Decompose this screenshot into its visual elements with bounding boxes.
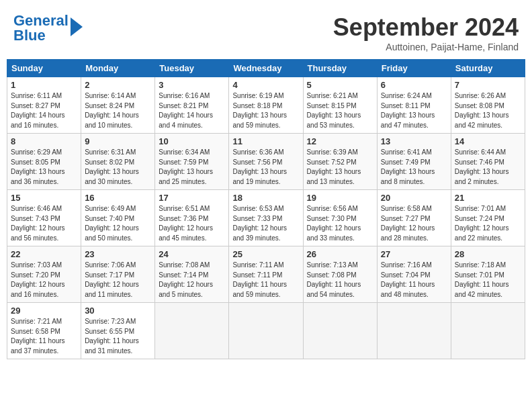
day-info: Sunrise: 6:31 AM Sunset: 8:02 PM Dayligh… bbox=[85, 148, 151, 187]
day-number: 17 bbox=[159, 193, 225, 203]
day-number: 8 bbox=[11, 136, 77, 146]
calendar-cell: 1Sunrise: 6:11 AM Sunset: 8:27 PM Daylig… bbox=[7, 77, 81, 134]
day-number: 1 bbox=[11, 80, 77, 90]
calendar-cell: 26Sunrise: 7:13 AM Sunset: 7:08 PM Dayli… bbox=[303, 246, 377, 303]
day-number: 23 bbox=[85, 249, 151, 259]
day-info: Sunrise: 6:29 AM Sunset: 8:05 PM Dayligh… bbox=[11, 148, 77, 187]
day-number: 5 bbox=[307, 80, 373, 90]
calendar-cell bbox=[303, 303, 377, 359]
calendar-cell: 18Sunrise: 6:53 AM Sunset: 7:33 PM Dayli… bbox=[229, 190, 303, 246]
day-number: 10 bbox=[159, 136, 225, 146]
day-info: Sunrise: 6:11 AM Sunset: 8:27 PM Dayligh… bbox=[11, 91, 77, 130]
day-info: Sunrise: 6:49 AM Sunset: 7:40 PM Dayligh… bbox=[85, 204, 151, 243]
calendar-week-row: 15Sunrise: 6:46 AM Sunset: 7:43 PM Dayli… bbox=[7, 190, 525, 246]
day-info: Sunrise: 7:16 AM Sunset: 7:04 PM Dayligh… bbox=[381, 261, 447, 300]
calendar-cell: 4Sunrise: 6:19 AM Sunset: 8:18 PM Daylig… bbox=[229, 77, 303, 134]
column-header-thursday: Thursday bbox=[303, 60, 377, 77]
calendar-cell: 27Sunrise: 7:16 AM Sunset: 7:04 PM Dayli… bbox=[377, 246, 451, 303]
calendar-cell: 15Sunrise: 6:46 AM Sunset: 7:43 PM Dayli… bbox=[7, 190, 81, 246]
day-info: Sunrise: 6:39 AM Sunset: 7:52 PM Dayligh… bbox=[307, 148, 373, 187]
calendar-cell: 11Sunrise: 6:36 AM Sunset: 7:56 PM Dayli… bbox=[229, 134, 303, 190]
calendar-cell: 14Sunrise: 6:44 AM Sunset: 7:46 PM Dayli… bbox=[451, 134, 525, 190]
day-info: Sunrise: 6:51 AM Sunset: 7:36 PM Dayligh… bbox=[159, 204, 225, 243]
logo-arrow-icon bbox=[71, 17, 83, 36]
day-number: 27 bbox=[381, 249, 447, 259]
day-number: 13 bbox=[381, 136, 447, 146]
calendar-cell: 24Sunrise: 7:08 AM Sunset: 7:14 PM Dayli… bbox=[155, 246, 229, 303]
day-info: Sunrise: 6:14 AM Sunset: 8:24 PM Dayligh… bbox=[85, 91, 151, 130]
calendar-cell: 5Sunrise: 6:21 AM Sunset: 8:15 PM Daylig… bbox=[303, 77, 377, 134]
calendar-week-row: 22Sunrise: 7:03 AM Sunset: 7:20 PM Dayli… bbox=[7, 246, 525, 303]
calendar-cell bbox=[155, 303, 229, 359]
day-number: 18 bbox=[232, 193, 299, 203]
day-info: Sunrise: 7:08 AM Sunset: 7:14 PM Dayligh… bbox=[159, 261, 225, 300]
day-number: 21 bbox=[455, 193, 521, 203]
day-info: Sunrise: 6:46 AM Sunset: 7:43 PM Dayligh… bbox=[11, 204, 77, 243]
column-header-tuesday: Tuesday bbox=[155, 60, 229, 77]
calendar-cell: 23Sunrise: 7:06 AM Sunset: 7:17 PM Dayli… bbox=[81, 246, 155, 303]
calendar-cell: 8Sunrise: 6:29 AM Sunset: 8:05 PM Daylig… bbox=[7, 134, 81, 190]
day-info: Sunrise: 7:13 AM Sunset: 7:08 PM Dayligh… bbox=[307, 261, 373, 300]
day-info: Sunrise: 7:06 AM Sunset: 7:17 PM Dayligh… bbox=[85, 261, 151, 300]
calendar-week-row: 8Sunrise: 6:29 AM Sunset: 8:05 PM Daylig… bbox=[7, 134, 525, 190]
day-info: Sunrise: 7:03 AM Sunset: 7:20 PM Dayligh… bbox=[11, 261, 77, 300]
day-number: 16 bbox=[85, 193, 151, 203]
calendar-cell: 19Sunrise: 6:56 AM Sunset: 7:30 PM Dayli… bbox=[303, 190, 377, 246]
day-info: Sunrise: 7:11 AM Sunset: 7:11 PM Dayligh… bbox=[232, 261, 299, 300]
calendar-cell: 28Sunrise: 7:18 AM Sunset: 7:01 PM Dayli… bbox=[451, 246, 525, 303]
day-number: 22 bbox=[11, 249, 77, 259]
day-info: Sunrise: 7:01 AM Sunset: 7:24 PM Dayligh… bbox=[455, 204, 521, 243]
calendar-week-row: 1Sunrise: 6:11 AM Sunset: 8:27 PM Daylig… bbox=[7, 77, 525, 134]
day-number: 7 bbox=[455, 80, 521, 90]
calendar-cell: 21Sunrise: 7:01 AM Sunset: 7:24 PM Dayli… bbox=[451, 190, 525, 246]
location-subtitle: Auttoinen, Paijat-Hame, Finland bbox=[333, 42, 519, 52]
column-header-wednesday: Wednesday bbox=[229, 60, 303, 77]
calendar-cell bbox=[229, 303, 303, 359]
day-number: 30 bbox=[85, 306, 151, 316]
day-number: 6 bbox=[381, 80, 447, 90]
logo: GeneralBlue bbox=[13, 13, 83, 43]
month-title: September 2024 bbox=[333, 13, 519, 42]
day-info: Sunrise: 6:44 AM Sunset: 7:46 PM Dayligh… bbox=[455, 148, 521, 187]
day-info: Sunrise: 6:58 AM Sunset: 7:27 PM Dayligh… bbox=[381, 204, 447, 243]
day-number: 2 bbox=[85, 80, 151, 90]
day-number: 15 bbox=[11, 193, 77, 203]
page-header: GeneralBlue September 2024 Auttoinen, Pa… bbox=[7, 7, 525, 56]
day-info: Sunrise: 6:41 AM Sunset: 7:49 PM Dayligh… bbox=[381, 148, 447, 187]
logo-text: GeneralBlue bbox=[13, 13, 69, 43]
day-info: Sunrise: 6:19 AM Sunset: 8:18 PM Dayligh… bbox=[232, 91, 299, 130]
day-info: Sunrise: 6:53 AM Sunset: 7:33 PM Dayligh… bbox=[232, 204, 299, 243]
day-number: 14 bbox=[455, 136, 521, 146]
day-number: 19 bbox=[307, 193, 373, 203]
day-info: Sunrise: 6:21 AM Sunset: 8:15 PM Dayligh… bbox=[307, 91, 373, 130]
calendar-week-row: 29Sunrise: 7:21 AM Sunset: 6:58 PM Dayli… bbox=[7, 303, 525, 359]
column-header-monday: Monday bbox=[81, 60, 155, 77]
calendar-cell: 20Sunrise: 6:58 AM Sunset: 7:27 PM Dayli… bbox=[377, 190, 451, 246]
day-number: 25 bbox=[232, 249, 299, 259]
day-number: 20 bbox=[381, 193, 447, 203]
calendar-cell: 22Sunrise: 7:03 AM Sunset: 7:20 PM Dayli… bbox=[7, 246, 81, 303]
day-info: Sunrise: 6:36 AM Sunset: 7:56 PM Dayligh… bbox=[232, 148, 299, 187]
calendar-cell: 7Sunrise: 6:26 AM Sunset: 8:08 PM Daylig… bbox=[451, 77, 525, 134]
day-number: 3 bbox=[159, 80, 225, 90]
day-number: 11 bbox=[232, 136, 299, 146]
calendar-cell: 30Sunrise: 7:23 AM Sunset: 6:55 PM Dayli… bbox=[81, 303, 155, 359]
day-info: Sunrise: 6:34 AM Sunset: 7:59 PM Dayligh… bbox=[159, 148, 225, 187]
calendar-cell: 3Sunrise: 6:16 AM Sunset: 8:21 PM Daylig… bbox=[155, 77, 229, 134]
day-info: Sunrise: 6:26 AM Sunset: 8:08 PM Dayligh… bbox=[455, 91, 521, 130]
day-info: Sunrise: 6:56 AM Sunset: 7:30 PM Dayligh… bbox=[307, 204, 373, 243]
calendar-cell: 13Sunrise: 6:41 AM Sunset: 7:49 PM Dayli… bbox=[377, 134, 451, 190]
calendar-cell: 9Sunrise: 6:31 AM Sunset: 8:02 PM Daylig… bbox=[81, 134, 155, 190]
day-number: 12 bbox=[307, 136, 373, 146]
day-info: Sunrise: 7:23 AM Sunset: 6:55 PM Dayligh… bbox=[85, 317, 151, 356]
column-header-friday: Friday bbox=[377, 60, 451, 77]
title-block: September 2024 Auttoinen, Paijat-Hame, F… bbox=[333, 13, 519, 52]
calendar-table: SundayMondayTuesdayWednesdayThursdayFrid… bbox=[7, 59, 525, 359]
calendar-cell: 29Sunrise: 7:21 AM Sunset: 6:58 PM Dayli… bbox=[7, 303, 81, 359]
calendar-cell: 10Sunrise: 6:34 AM Sunset: 7:59 PM Dayli… bbox=[155, 134, 229, 190]
calendar-cell bbox=[451, 303, 525, 359]
column-header-saturday: Saturday bbox=[451, 60, 525, 77]
day-info: Sunrise: 7:21 AM Sunset: 6:58 PM Dayligh… bbox=[11, 317, 77, 356]
calendar-header-row: SundayMondayTuesdayWednesdayThursdayFrid… bbox=[7, 60, 525, 77]
day-info: Sunrise: 7:18 AM Sunset: 7:01 PM Dayligh… bbox=[455, 261, 521, 300]
